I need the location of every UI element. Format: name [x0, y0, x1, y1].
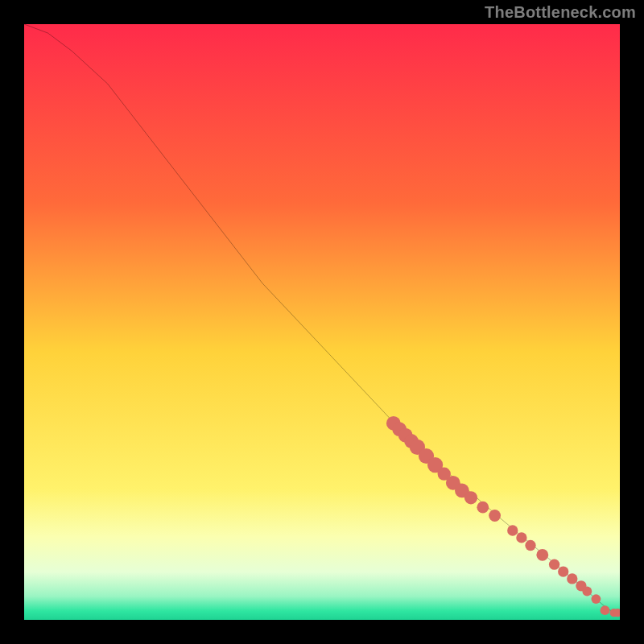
- chart-stage: TheBottleneck.com: [0, 0, 644, 644]
- marker-dot: [601, 605, 610, 615]
- marker-dot: [591, 594, 601, 604]
- marker-dot: [507, 525, 518, 535]
- marker-dot: [567, 573, 577, 584]
- plot-area: [24, 24, 620, 620]
- marker-dot: [477, 502, 489, 514]
- marker-dot: [536, 549, 548, 561]
- gradient-background: [24, 24, 620, 620]
- marker-dot: [582, 587, 592, 597]
- marker-dot: [464, 491, 477, 504]
- attribution-text: TheBottleneck.com: [485, 3, 636, 22]
- marker-dot: [516, 532, 526, 543]
- marker-dot: [489, 510, 501, 522]
- marker-dot: [549, 559, 559, 570]
- marker-dot: [525, 540, 535, 551]
- marker-dot: [558, 566, 568, 576]
- chart-svg: [24, 24, 620, 620]
